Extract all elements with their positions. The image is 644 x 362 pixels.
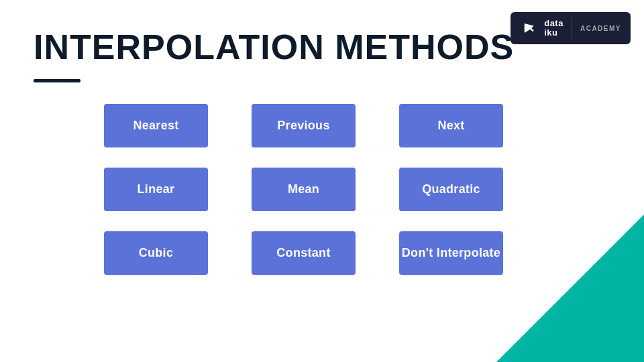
dataiku-icon xyxy=(517,17,539,39)
method-button-label: Next xyxy=(437,119,464,133)
method-button-label: Nearest xyxy=(133,119,178,133)
method-button-quadratic[interactable]: Quadratic xyxy=(399,168,503,211)
logo-text: dataiku xyxy=(544,19,564,38)
method-button-cubic[interactable]: Cubic xyxy=(104,231,208,275)
method-button-linear[interactable]: Linear xyxy=(104,168,208,211)
method-button-mean[interactable]: Mean xyxy=(252,168,356,211)
teal-triangle-decoration xyxy=(496,215,644,362)
logo-area: dataiku ACADEMY xyxy=(511,12,631,44)
method-button-label: Cubic xyxy=(139,246,174,260)
method-button-label: Quadratic xyxy=(422,182,480,196)
method-button-don-t-interpolate[interactable]: Don't Interpolate xyxy=(399,231,503,275)
method-button-label: Previous xyxy=(277,119,329,133)
page-title: INTERPOLATION METHODS xyxy=(34,27,514,67)
methods-grid: NearestPreviousNextLinearMeanQuadraticCu… xyxy=(104,104,503,275)
method-button-constant[interactable]: Constant xyxy=(252,231,356,275)
method-button-next[interactable]: Next xyxy=(399,104,503,147)
method-button-label: Linear xyxy=(138,182,175,196)
brand-name: dataiku xyxy=(544,19,564,38)
logo-divider xyxy=(572,17,572,39)
method-button-label: Don't Interpolate xyxy=(402,246,500,260)
academy-label: ACADEMY xyxy=(580,25,621,32)
method-button-previous[interactable]: Previous xyxy=(252,104,356,147)
method-button-label: Mean xyxy=(288,182,319,196)
title-underline xyxy=(34,79,80,82)
page-container: dataiku ACADEMY INTERPOLATION METHODS Ne… xyxy=(0,0,644,362)
method-button-nearest[interactable]: Nearest xyxy=(104,104,208,147)
method-button-label: Constant xyxy=(276,246,330,260)
